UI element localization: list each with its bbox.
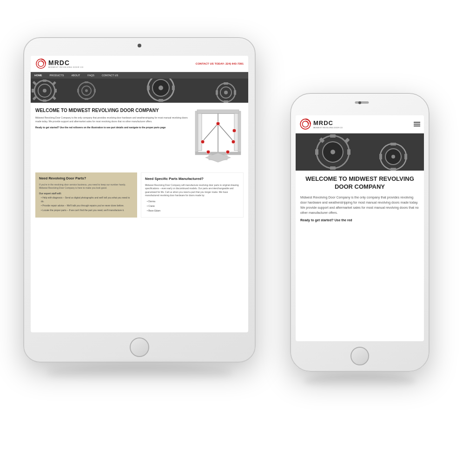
svg-rect-41 <box>195 111 198 152</box>
svg-rect-56 <box>296 133 424 171</box>
phone-home-button[interactable] <box>350 347 369 365</box>
site-header: MRDC MIDWEST REVOLVING DOOR CO CONTACT U… <box>31 56 248 72</box>
tablet-device: MRDC MIDWEST REVOLVING DOOR CO CONTACT U… <box>23 37 256 363</box>
welcome-cta: Ready to get started? Use the red rollov… <box>35 126 188 130</box>
svg-rect-44 <box>197 110 239 113</box>
site-cards: Need Revolving Door Parts? If you're in … <box>31 172 248 222</box>
card-parts-item-3: • Locate the proper parts – If we can't … <box>41 209 133 212</box>
svg-point-16 <box>85 89 88 92</box>
phone-screen: MRDC MIDWEST REVOLVING DOOR CO <box>296 115 424 341</box>
header-contact: CONTACT US TODAY: 224) 643-7391 <box>196 62 244 65</box>
phone-reflection <box>304 374 416 388</box>
svg-rect-63 <box>347 149 350 155</box>
tablet-camera <box>138 44 141 47</box>
svg-rect-8 <box>32 89 34 93</box>
phone-welcome-title: WELCOME TO MIDWEST REVOLVING DOOR COMPAN… <box>300 175 419 191</box>
tablet-screen: MRDC MIDWEST REVOLVING DOOR CO CONTACT U… <box>31 56 248 332</box>
phone-speaker <box>355 101 369 104</box>
svg-rect-26 <box>147 86 150 90</box>
nav-about[interactable]: ABOUT <box>67 72 84 79</box>
brand-boon-edam: • Boon Edam <box>147 209 239 212</box>
svg-rect-7 <box>43 99 46 102</box>
main-text: WELCOME TO MIDWEST REVOLVING DOOR COMPAN… <box>35 107 188 168</box>
phone-main: WELCOME TO MIDWEST REVOLVING DOOR COMPAN… <box>296 171 424 225</box>
phone-camera <box>358 101 361 104</box>
svg-point-30 <box>224 91 228 94</box>
svg-rect-60 <box>330 134 336 138</box>
svg-point-48 <box>206 150 210 154</box>
phone-logo-area: MRDC MIDWEST REVOLVING DOOR CO <box>299 118 343 130</box>
svg-point-45 <box>216 122 220 126</box>
svg-rect-19 <box>77 89 79 93</box>
logo-icon <box>35 58 46 69</box>
hamburger-menu[interactable] <box>414 122 420 126</box>
phone-logo-mrdc: MRDC <box>313 119 343 126</box>
site-logo: MRDC MIDWEST REVOLVING DOOR CO <box>35 58 84 69</box>
phone-welcome-body: Midwest Revolving Door Company is the on… <box>300 195 419 216</box>
svg-point-5 <box>43 89 46 93</box>
phone-logo-sub: MIDWEST REVOLVING DOOR CO <box>313 126 343 129</box>
logo-sub: MIDWEST REVOLVING DOOR CO <box>48 66 84 69</box>
tablet-home-button[interactable] <box>130 337 149 357</box>
svg-rect-2 <box>31 79 248 103</box>
svg-rect-20 <box>94 89 96 93</box>
brand-crane: • Crane <box>147 204 239 208</box>
svg-rect-17 <box>85 81 88 83</box>
svg-rect-42 <box>238 111 241 152</box>
card-manufactured-title: Need Specific Parts Manufactured? <box>145 177 239 181</box>
welcome-body: Midwest Revolving Door Company is the on… <box>35 116 188 123</box>
phone-device: MRDC MIDWEST REVOLVING DOOR CO <box>290 93 430 372</box>
contact-phone: 224) 643-7391 <box>225 62 244 65</box>
svg-point-49 <box>226 150 230 154</box>
card-manufactured-body: Midwest Revolving Door Company will manu… <box>145 184 239 198</box>
scene: MRDC MIDWEST REVOLVING DOOR CO CONTACT U… <box>0 0 476 476</box>
svg-rect-33 <box>216 90 218 95</box>
site-nav: HOME PRODUCTS ABOUT FAQS CONTACT US <box>31 72 248 79</box>
card-parts-body: If you're in the revolving door service … <box>39 183 133 190</box>
hamburger-line-3 <box>414 126 420 126</box>
nav-faqs[interactable]: FAQS <box>84 72 98 79</box>
door-diagram <box>192 107 244 168</box>
svg-point-50 <box>232 129 236 132</box>
svg-line-39 <box>202 124 218 142</box>
logo-text: MRDC MIDWEST REVOLVING DOOR CO <box>48 59 84 69</box>
phone-site-header: MRDC MIDWEST REVOLVING DOOR CO <box>296 115 424 133</box>
nav-products[interactable]: PRODUCTS <box>46 72 68 79</box>
hamburger-line-2 <box>414 124 420 125</box>
svg-rect-72 <box>404 154 407 159</box>
phone-logo-icon <box>299 118 311 130</box>
svg-rect-32 <box>224 100 228 103</box>
nav-contact[interactable]: CONTACT US <box>98 72 122 79</box>
card-parts-item-2: • Provide repair advice – We'll talk you… <box>41 204 133 208</box>
card-manufactured: Need Specific Parts Manufactured? Midwes… <box>141 172 244 218</box>
svg-rect-25 <box>159 99 163 102</box>
svg-rect-18 <box>85 98 88 100</box>
card-parts: Need Revolving Door Parts? If you're in … <box>35 172 137 218</box>
svg-point-23 <box>159 86 163 90</box>
svg-point-46 <box>201 140 205 144</box>
svg-rect-9 <box>54 89 57 93</box>
svg-rect-6 <box>43 79 46 82</box>
card-parts-item-1: • Help with diagnosis – Send us digital … <box>41 196 133 203</box>
svg-rect-31 <box>224 82 228 85</box>
svg-point-68 <box>391 155 395 159</box>
tablet-reflection <box>46 365 232 381</box>
svg-rect-62 <box>315 149 318 155</box>
card-parts-expert: Our expert staff will: <box>39 192 133 196</box>
site-main: WELCOME TO MIDWEST REVOLVING DOOR COMPAN… <box>31 103 248 172</box>
phone-logo-text: MRDC MIDWEST REVOLVING DOOR CO <box>313 119 343 129</box>
phone-hero <box>296 133 424 171</box>
brand-dorma: • Dorma <box>147 199 239 203</box>
svg-point-59 <box>331 150 335 154</box>
svg-rect-27 <box>172 86 175 90</box>
svg-rect-61 <box>330 166 336 170</box>
svg-rect-71 <box>379 154 382 159</box>
logo-mrdc: MRDC <box>48 59 84 66</box>
svg-point-47 <box>231 140 235 144</box>
svg-rect-69 <box>390 143 396 145</box>
contact-label: CONTACT US TODAY: <box>196 62 225 65</box>
svg-rect-70 <box>390 168 396 171</box>
svg-line-40 <box>218 124 234 142</box>
svg-rect-34 <box>234 90 236 95</box>
nav-home[interactable]: HOME <box>31 72 46 79</box>
